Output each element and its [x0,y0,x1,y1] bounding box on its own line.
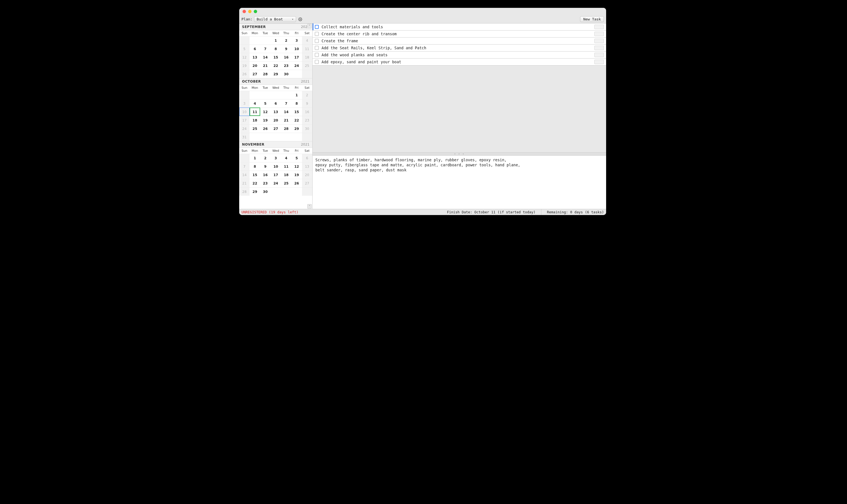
plan-select[interactable]: Build a Boat ▾ [254,16,296,22]
calendar-day[interactable]: 24 [270,179,281,187]
calendar-day[interactable]: 3 [239,99,250,108]
calendar-day[interactable]: 23 [281,61,291,70]
calendar-day[interactable]: 26 [291,179,302,187]
calendar-day[interactable]: 20 [302,170,312,179]
calendar-day[interactable]: 11 [250,108,260,116]
calendar-day[interactable]: 19 [291,170,302,179]
task-checkbox[interactable] [315,25,319,29]
calendar-day[interactable]: 9 [302,99,312,108]
calendar-day[interactable]: 22 [291,116,302,124]
calendar-day[interactable]: 13 [270,108,281,116]
calendar-day[interactable]: 12 [260,108,270,116]
task-duration-badge[interactable] [594,60,604,64]
calendar-day[interactable]: 10 [239,108,250,116]
calendar-day[interactable]: 26 [260,124,270,133]
calendar-day[interactable]: 22 [250,179,260,187]
calendar-day[interactable]: 27 [270,124,281,133]
calendar-day[interactable]: 19 [239,61,250,70]
task-row[interactable]: Add the Seat Rails, Keel Strip, Sand and… [313,44,606,52]
splitter-handle[interactable]: • • • [313,152,606,156]
calendar-day[interactable]: 30 [281,70,291,78]
calendar-day[interactable]: 26 [239,70,250,78]
calendar-day[interactable]: 14 [239,170,250,179]
calendar-day[interactable]: 7 [239,162,250,170]
calendar-day[interactable]: 19 [260,116,270,124]
task-checkbox[interactable] [315,60,319,64]
window-zoom-button[interactable] [254,10,257,13]
task-checkbox[interactable] [315,53,319,57]
calendar-day[interactable]: 11 [281,162,291,170]
calendar-day[interactable]: 18 [250,116,260,124]
calendar-day[interactable]: 13 [250,53,260,61]
calendar-day[interactable]: 24 [291,61,302,70]
calendar-scroll-down[interactable]: ˅ [307,204,312,209]
calendar-day[interactable]: 21 [260,61,270,70]
calendar-day[interactable]: 29 [250,187,260,196]
new-task-button[interactable]: New Task [580,16,604,22]
window-close-button[interactable] [243,10,246,13]
calendar-day[interactable]: 10 [291,44,302,53]
calendar-day[interactable]: 5 [239,44,250,53]
calendar-day[interactable]: 12 [239,53,250,61]
calendar-day[interactable]: 2 [260,154,270,162]
calendar-day[interactable]: 24 [239,124,250,133]
calendar-day[interactable]: 16 [260,170,270,179]
calendar-day[interactable]: 9 [260,162,270,170]
calendar-day[interactable]: 6 [270,99,281,108]
task-duration-badge[interactable] [594,39,604,43]
calendar-day[interactable]: 7 [281,99,291,108]
calendar-day[interactable]: 27 [302,179,312,187]
calendar-day[interactable]: 28 [281,124,291,133]
calendar-day[interactable]: 8 [291,99,302,108]
calendar-day[interactable]: 2 [281,36,291,44]
calendar-day[interactable]: 5 [291,154,302,162]
calendar-day[interactable]: 4 [302,36,312,44]
calendar-day[interactable]: 15 [250,170,260,179]
calendar-day[interactable]: 25 [302,61,312,70]
calendar-day[interactable]: 13 [302,162,312,170]
calendar-day[interactable]: 1 [250,154,260,162]
task-row[interactable]: Add the wood planks and seats [313,51,606,58]
calendar-day[interactable]: 23 [260,179,270,187]
calendar-day[interactable]: 3 [291,36,302,44]
task-checkbox[interactable] [315,39,319,43]
task-row[interactable]: Create the center rib and transom [313,30,606,37]
calendar-day[interactable]: 17 [291,53,302,61]
calendar-day[interactable]: 25 [281,179,291,187]
calendar-day[interactable]: 17 [270,170,281,179]
calendar-day[interactable]: 17 [239,116,250,124]
calendar-day[interactable]: 9 [281,44,291,53]
calendar-day[interactable]: 20 [270,116,281,124]
calendar-day[interactable]: 7 [260,44,270,53]
task-duration-badge[interactable] [594,53,604,57]
calendar-day[interactable]: 30 [260,187,270,196]
calendar-day[interactable]: 12 [291,162,302,170]
calendar-day[interactable]: 1 [270,36,281,44]
calendar-day[interactable]: 16 [302,108,312,116]
calendar-day[interactable]: 25 [250,124,260,133]
calendar-day[interactable]: 18 [302,53,312,61]
calendar-day[interactable]: 21 [281,116,291,124]
calendar-day[interactable]: 29 [270,70,281,78]
task-row[interactable]: Collect materials and tools [313,23,606,31]
calendar-scroll-up[interactable]: ˄ [307,24,312,28]
task-row[interactable]: Create the frame [313,37,606,44]
calendar-day[interactable]: 15 [270,53,281,61]
calendar-day[interactable]: 11 [302,44,312,53]
calendar-day[interactable]: 8 [250,162,260,170]
calendar-day[interactable]: 28 [260,70,270,78]
settings-button[interactable] [298,17,303,22]
calendar-day[interactable]: 22 [270,61,281,70]
calendar-day[interactable]: 27 [250,70,260,78]
calendar-day[interactable]: 20 [250,61,260,70]
calendar-day[interactable]: 14 [281,108,291,116]
calendar-day[interactable]: 29 [291,124,302,133]
calendar-day[interactable]: 6 [250,44,260,53]
calendar-day[interactable]: 15 [291,108,302,116]
calendar-day[interactable]: 10 [270,162,281,170]
calendar-day[interactable]: 30 [302,124,312,133]
calendar-day[interactable]: 6 [302,154,312,162]
window-minimize-button[interactable] [248,10,251,13]
calendar-day[interactable]: 21 [239,179,250,187]
task-notes[interactable]: Screws, planks of timber, hardwood floor… [313,156,606,209]
